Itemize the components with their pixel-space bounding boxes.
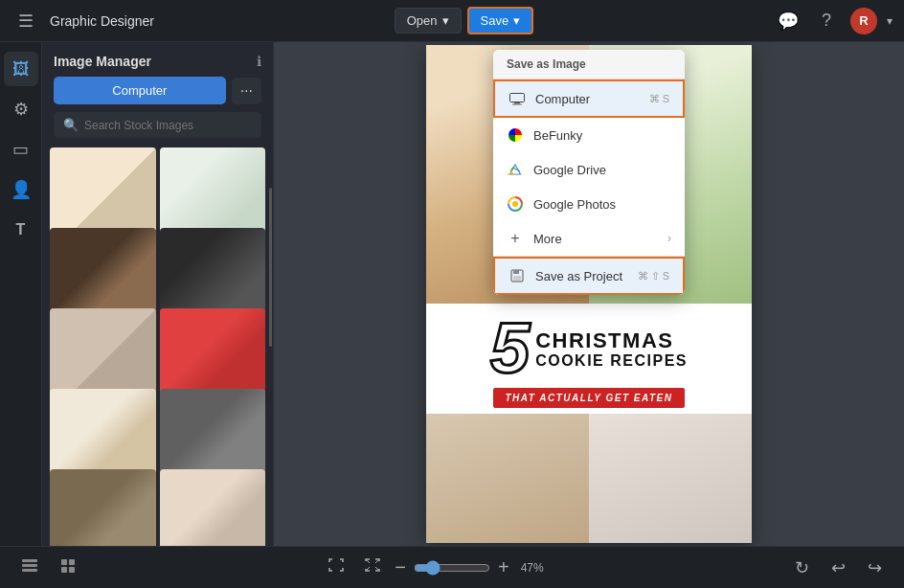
panel-header: Image Manager ℹ	[42, 42, 273, 77]
canvas-headline-line2: COOKIE RECIPES	[535, 352, 688, 370]
grid-view-icon	[60, 558, 76, 577]
dropdown-computer-shortcut: ⌘ S	[649, 93, 669, 105]
svg-rect-8	[22, 564, 37, 567]
comment-icon: 💬	[778, 11, 799, 32]
bottom-center-controls: − + 47%	[322, 554, 547, 582]
canvas-bottom-left	[426, 414, 589, 543]
open-chevron-icon: ▾	[442, 13, 449, 28]
gdrive-icon	[507, 161, 524, 178]
topbar-right: 💬 ? R ▾	[774, 7, 893, 35]
sidebar-item-images[interactable]: 🖼	[4, 52, 38, 86]
refresh-icon: ↻	[795, 557, 809, 578]
canvas-bottom-right	[589, 414, 752, 543]
sidebar-item-text[interactable]: T	[4, 213, 38, 247]
fullscreen-button[interactable]	[358, 554, 387, 582]
svg-rect-6	[513, 276, 521, 281]
dropdown-item-computer[interactable]: Computer ⌘ S	[493, 79, 685, 118]
undo-icon: ↩	[831, 557, 846, 578]
svg-rect-7	[22, 559, 37, 562]
dropdown-item-more-label: More	[533, 232, 562, 246]
more-chevron-icon: ›	[667, 232, 671, 245]
befunky-icon	[507, 126, 524, 144]
bottom-right-actions: ↻ ↩ ↪	[787, 554, 889, 582]
avatar-label: R	[859, 13, 868, 28]
topbar-center: Open ▾ Save ▾	[395, 7, 533, 34]
dropdown-item-gdrive[interactable]: Google Drive	[493, 152, 685, 187]
search-box: 🔍	[54, 112, 261, 138]
open-label: Open	[407, 13, 438, 28]
dropdown-item-befunky[interactable]: BeFunky	[493, 118, 685, 152]
svg-rect-13	[69, 567, 75, 573]
zoom-in-button[interactable]: +	[498, 556, 509, 578]
layers-toggle-button[interactable]	[15, 554, 44, 582]
help-button[interactable]: ?	[812, 7, 841, 35]
refresh-button[interactable]: ↻	[787, 554, 816, 582]
redo-icon: ↪	[868, 557, 882, 578]
help-icon: ?	[822, 11, 831, 31]
dropdown-save-project-label: Save as Project	[535, 269, 622, 283]
scroll-indicator	[269, 188, 272, 347]
save-dropdown-menu: Save as Image Computer ⌘ S	[493, 50, 685, 295]
save-project-icon	[508, 267, 526, 284]
computer-source-button[interactable]: Computer	[54, 77, 226, 104]
svg-rect-9	[22, 569, 37, 572]
svg-rect-1	[514, 102, 520, 104]
zoom-percent-label: 47%	[517, 561, 548, 575]
dropdown-item-more[interactable]: + More ›	[493, 221, 685, 256]
text-icon: T	[16, 221, 26, 238]
zoom-slider[interactable]	[414, 560, 490, 576]
layers-toggle-icon	[21, 558, 38, 577]
dropdown-item-gdrive-label: Google Drive	[533, 163, 606, 177]
svg-point-3	[512, 201, 518, 207]
bottom-left-tools	[15, 554, 82, 582]
svg-rect-11	[69, 559, 75, 565]
search-input[interactable]	[84, 119, 252, 132]
canvas-area: 5 CHRISTMAS COOKIE RECIPES THAT ACTUALLY…	[274, 42, 904, 546]
sidebar-item-adjustments[interactable]: ⚙	[4, 92, 38, 126]
comment-button[interactable]: 💬	[774, 7, 802, 35]
canvas-subtext: THAT ACTUALLY GET EATEN	[493, 388, 684, 408]
bottom-bar: − + 47% ↻ ↩ ↪	[0, 546, 904, 588]
avatar[interactable]: R	[850, 8, 877, 34]
dropdown-item-save-project[interactable]: Save as Project ⌘ ⇧ S	[493, 257, 685, 295]
save-chevron-icon: ▾	[513, 13, 520, 28]
canvas-number: 5	[490, 313, 530, 384]
undo-button[interactable]: ↩	[824, 554, 852, 582]
sidebar-item-layers[interactable]: ▭	[4, 132, 38, 167]
icon-sidebar: 🖼 ⚙ ▭ 👤 T	[0, 42, 42, 546]
fit-to-screen-button[interactable]	[322, 554, 350, 582]
images-icon: 🖼	[12, 59, 30, 79]
menu-icon: ☰	[18, 11, 34, 32]
dropdown-item-gphotos[interactable]: Google Photos	[493, 187, 685, 221]
svg-rect-0	[510, 93, 525, 102]
plus-icon: +	[507, 230, 524, 247]
grid-view-button[interactable]	[54, 554, 82, 582]
canvas-bottom-images: LET'S BAKE	[426, 414, 752, 543]
svg-rect-12	[61, 567, 67, 573]
dropdown-item-gphotos-label: Google Photos	[533, 197, 616, 212]
open-button[interactable]: Open ▾	[395, 8, 462, 34]
info-icon[interactable]: ℹ	[257, 54, 261, 69]
avatar-chevron-icon[interactable]: ▾	[887, 14, 893, 28]
main-area: 🖼 ⚙ ▭ 👤 T Image Manager ℹ Computer ··· 🔍	[0, 42, 904, 546]
svg-rect-10	[61, 559, 67, 565]
redo-button[interactable]: ↪	[860, 554, 889, 582]
search-icon: 🔍	[63, 118, 79, 132]
adjustments-icon: ⚙	[13, 99, 29, 120]
dropdown-save-project-shortcut: ⌘ ⇧ S	[638, 270, 669, 283]
svg-rect-5	[513, 270, 519, 274]
save-label: Save	[481, 13, 509, 28]
canvas-wrapper: 5 CHRISTMAS COOKIE RECIPES THAT ACTUALLY…	[274, 42, 904, 546]
dropdown-header: Save as Image	[493, 50, 685, 79]
panel-title: Image Manager	[54, 54, 151, 69]
app-title: Graphic Designer	[50, 13, 154, 29]
more-options-button[interactable]: ···	[232, 78, 261, 104]
topbar: ☰ Graphic Designer Open ▾ Save ▾ 💬 ? R ▾	[0, 0, 904, 42]
zoom-out-button[interactable]: −	[395, 556, 406, 578]
list-item[interactable]	[160, 469, 266, 546]
menu-button[interactable]: ☰	[11, 7, 40, 35]
list-item[interactable]	[50, 469, 156, 546]
save-button[interactable]: Save ▾	[467, 7, 534, 34]
people-icon: 👤	[11, 179, 32, 200]
sidebar-item-people[interactable]: 👤	[4, 172, 38, 207]
